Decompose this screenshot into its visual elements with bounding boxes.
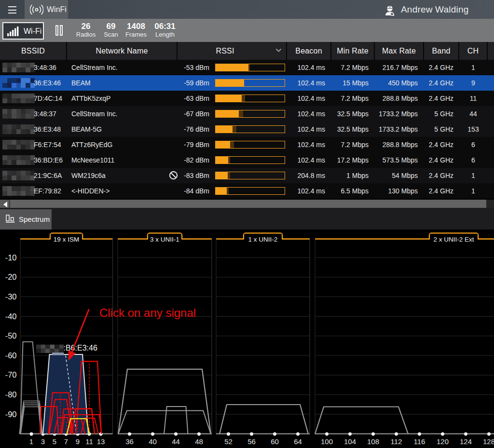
svg-text:-90: -90 (5, 410, 17, 419)
svg-text:11: 11 (85, 437, 93, 446)
svg-text:48: 48 (195, 437, 203, 446)
svg-text:-20: -20 (5, 272, 17, 281)
svg-text:5: 5 (53, 437, 56, 446)
svg-text:1: 1 (29, 437, 33, 446)
svg-text:116: 116 (414, 437, 425, 446)
svg-text:-60: -60 (5, 351, 17, 360)
svg-text:60: 60 (271, 437, 279, 446)
svg-text:-40: -40 (5, 312, 17, 321)
svg-text:1 x UNII-2: 1 x UNII-2 (248, 236, 278, 243)
svg-text:-10: -10 (5, 253, 17, 262)
svg-text:9: 9 (76, 437, 80, 446)
svg-text:108: 108 (367, 437, 379, 446)
svg-text:128: 128 (483, 437, 494, 446)
svg-text:13: 13 (97, 437, 105, 446)
svg-text:3 x UNII-1: 3 x UNII-1 (150, 236, 179, 243)
svg-text:120: 120 (437, 437, 449, 446)
svg-text:104: 104 (344, 437, 356, 446)
svg-text:112: 112 (391, 437, 402, 446)
svg-text:Click on any signal: Click on any signal (99, 306, 196, 319)
svg-text:19 x ISM: 19 x ISM (54, 236, 79, 243)
svg-text:36: 36 (125, 437, 134, 446)
svg-text:7: 7 (64, 437, 68, 446)
svg-text:-30: -30 (5, 292, 17, 301)
svg-text:56: 56 (247, 437, 256, 446)
svg-text:64: 64 (294, 437, 302, 446)
svg-text:2 x UNII-2 Ext: 2 x UNII-2 Ext (433, 236, 474, 243)
svg-text:-50: -50 (5, 331, 17, 340)
svg-text:100: 100 (321, 437, 333, 446)
svg-text:44: 44 (172, 437, 180, 446)
svg-text:3: 3 (41, 437, 45, 446)
svg-text:-80: -80 (5, 390, 17, 399)
svg-text:52: 52 (224, 437, 233, 446)
svg-text:124: 124 (460, 437, 472, 446)
svg-text:-70: -70 (5, 370, 17, 379)
svg-text:40: 40 (149, 437, 157, 446)
